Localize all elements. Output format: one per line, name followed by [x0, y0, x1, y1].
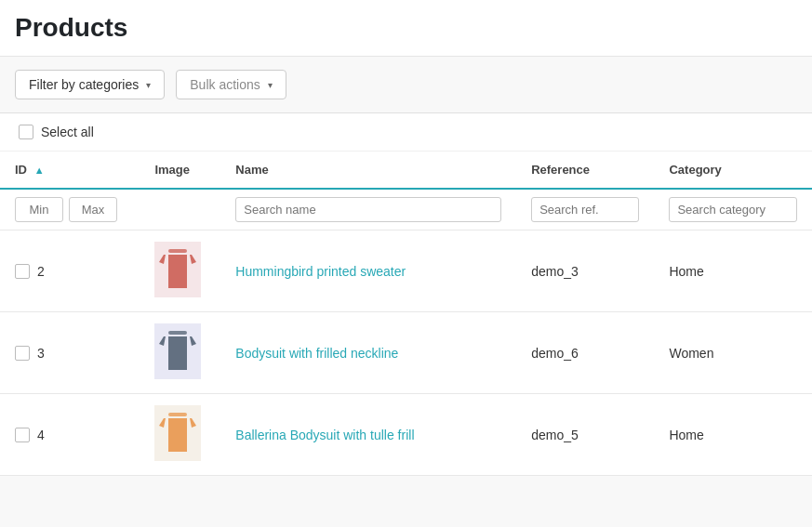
product-id-4: 4 [37, 428, 45, 442]
product-checkbox-2[interactable] [15, 264, 30, 279]
page-header: Products [0, 0, 812, 57]
select-all-row: Select all [0, 113, 812, 152]
product-category-3: Women [669, 346, 713, 361]
product-ref-cell-3: demo_6 [516, 312, 654, 394]
bulk-actions-label: Bulk actions [190, 77, 260, 92]
ref-filter-cell [516, 189, 654, 231]
product-category-2: Home [669, 264, 703, 279]
id-filter-cell [0, 189, 140, 231]
product-checkbox-3[interactable] [15, 346, 30, 361]
table-header-row: ID ▲ Image Name Reference Category [0, 152, 812, 189]
product-name-link-4[interactable]: Ballerina Bodysuit with tulle frill [235, 428, 414, 442]
product-image-cell-2 [140, 231, 220, 312]
table-container: Select all ID ▲ Image Name Reference Cat [0, 113, 812, 476]
product-id-cell-2: 2 [0, 231, 140, 312]
product-id-2: 2 [37, 264, 45, 279]
product-id-3: 3 [37, 346, 45, 361]
table-row: 3 Bodysuit with frilled neckline demo_6 … [0, 312, 812, 394]
product-image-cell-3 [140, 312, 220, 394]
product-checkbox-4[interactable] [15, 428, 30, 442]
filter-row [0, 189, 812, 231]
svg-rect-1 [168, 249, 187, 253]
svg-rect-5 [168, 413, 187, 416]
select-all-checkbox[interactable] [19, 125, 33, 139]
bulk-actions-button[interactable]: Bulk actions ▾ [176, 70, 286, 99]
id-min-input[interactable] [15, 197, 63, 222]
product-name-link-2[interactable]: Hummingbird printed sweater [235, 264, 406, 279]
product-image-4 [154, 405, 201, 461]
product-category-4: Home [669, 428, 703, 442]
product-ref-cell-4: demo_5 [516, 394, 654, 476]
col-header-category: Category [654, 152, 812, 189]
product-name-cell-4: Ballerina Bodysuit with tulle frill [220, 394, 516, 476]
products-table: ID ▲ Image Name Reference Category [0, 152, 812, 476]
product-cat-cell-3: Women [654, 312, 812, 394]
category-filter-cell [654, 189, 812, 231]
id-max-input[interactable] [69, 197, 117, 222]
col-header-name: Name [220, 152, 516, 189]
product-name-cell-3: Bodysuit with frilled neckline [220, 312, 516, 394]
filter-chevron-icon: ▾ [146, 80, 151, 90]
filter-by-categories-label: Filter by categories [29, 77, 139, 92]
id-sort-arrow[interactable]: ▲ [34, 165, 45, 176]
product-image-cell-4 [140, 394, 220, 476]
image-filter-cell [140, 189, 220, 231]
product-name-link-3[interactable]: Bodysuit with frilled neckline [235, 346, 398, 361]
product-name-cell-2: Hummingbird printed sweater [220, 231, 516, 312]
page-title: Products [15, 13, 797, 43]
bulk-chevron-icon: ▾ [268, 80, 273, 90]
product-ref-2: demo_3 [531, 264, 579, 279]
ref-search-input[interactable] [531, 197, 639, 222]
table-row: 2 Hummingbird printed sweater demo_3 Hom… [0, 231, 812, 312]
product-cat-cell-4: Home [654, 394, 812, 476]
category-search-input[interactable] [669, 197, 797, 222]
product-ref-3: demo_6 [531, 346, 579, 361]
filter-by-categories-button[interactable]: Filter by categories ▾ [15, 70, 165, 99]
product-cat-cell-2: Home [654, 231, 812, 312]
name-filter-cell [220, 189, 516, 231]
product-image-2 [154, 242, 201, 297]
product-id-cell-4: 4 [0, 394, 140, 476]
product-image-3 [154, 323, 201, 379]
name-search-input[interactable] [235, 197, 501, 222]
col-header-reference: Reference [516, 152, 654, 189]
select-all-label[interactable]: Select all [41, 125, 94, 139]
col-header-id: ID ▲ [0, 152, 140, 189]
product-id-cell-3: 3 [0, 312, 140, 394]
col-header-image: Image [140, 152, 220, 189]
product-ref-4: demo_5 [531, 428, 579, 442]
table-row: 4 Ballerina Bodysuit with tulle frill de… [0, 394, 812, 476]
toolbar: Filter by categories ▾ Bulk actions ▾ [0, 57, 812, 113]
product-ref-cell-2: demo_3 [516, 231, 654, 312]
svg-rect-3 [168, 331, 187, 335]
